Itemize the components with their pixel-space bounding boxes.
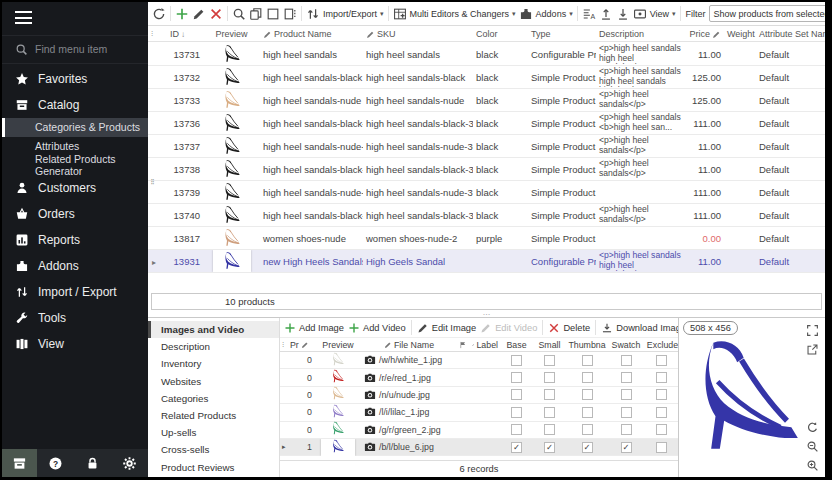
delete-image-button[interactable]: Delete — [548, 322, 590, 334]
sidebar-subitem-related-products-generator[interactable]: Related Products Generator — [2, 156, 148, 175]
menu-search-input[interactable] — [35, 43, 135, 55]
tab-inventory[interactable]: Inventory — [148, 355, 279, 372]
add-image-button[interactable]: Add Image — [284, 322, 344, 334]
sidebar-item-import-export[interactable]: Import / Export — [2, 279, 148, 305]
thumbnail-checkbox[interactable]: ✓ — [582, 442, 593, 453]
category-tree-splitter[interactable]: ⁝⁝ — [148, 180, 156, 184]
horizontal-splitter[interactable]: … — [148, 311, 825, 316]
column-header-color[interactable]: Color — [473, 27, 528, 41]
thumbnail-checkbox[interactable] — [582, 355, 593, 366]
swatch-checkbox[interactable] — [621, 355, 632, 366]
store-manager-button[interactable] — [2, 449, 37, 477]
column-header-swatch[interactable]: Swatch — [608, 340, 644, 350]
move-up-button[interactable] — [599, 7, 613, 21]
column-header-type[interactable]: Type — [528, 27, 596, 41]
sidebar-item-catalog[interactable]: Catalog — [2, 92, 148, 118]
image-row-r-e-red-1-jpg[interactable]: 0 /r/e/red_1.jpg — [280, 369, 678, 386]
product-row-13738[interactable]: 13738 high heel sandals-black-37high hee… — [148, 158, 825, 181]
tab-up-sells[interactable]: Up-sells — [148, 424, 279, 441]
exclude-checkbox[interactable] — [656, 442, 667, 453]
column-header-description[interactable]: Description — [596, 27, 684, 41]
tab-product-reviews[interactable]: Product Reviews — [148, 459, 279, 476]
image-row-b-l-blue-6-jpg[interactable]: ▸1 /b/l/blue_6.jpg✓✓✓✓ — [280, 439, 678, 456]
sidebar-item-favorites[interactable]: Favorites — [2, 66, 148, 92]
sidebar-item-addons[interactable]: Addons — [2, 253, 148, 279]
sidebar-subitem-categories-products[interactable]: Categories & Products — [2, 118, 148, 137]
product-row-13737[interactable]: 13737 high heel sandals-nude-36high heel… — [148, 135, 825, 158]
tab-description[interactable]: Description — [148, 338, 279, 355]
product-row-13732[interactable]: 13732 high heel sandals-blackhigh heel s… — [148, 66, 825, 89]
base-checkbox[interactable] — [511, 424, 522, 435]
multi-editors-menu-button[interactable]: Multi Editors & Changers ▾ — [393, 7, 516, 21]
thumbnail-checkbox[interactable] — [582, 407, 593, 418]
product-row-13739[interactable]: 13739 high heel sandals-nude-37high heel… — [148, 181, 825, 204]
tab-websites[interactable]: Websites — [148, 373, 279, 390]
column-header-attribute-set-name[interactable]: Attribute Set Name — [756, 27, 825, 41]
column-header-label[interactable]: Label — [470, 340, 500, 350]
exclude-checkbox[interactable] — [656, 372, 667, 383]
copy-product-button[interactable] — [249, 7, 263, 21]
open-external-icon[interactable] — [806, 342, 819, 355]
menu-search[interactable] — [2, 35, 148, 64]
select-button[interactable] — [266, 7, 280, 21]
column-header-sku[interactable]: SKU — [363, 27, 473, 41]
base-checkbox[interactable] — [511, 407, 522, 418]
thumbnail-checkbox[interactable] — [582, 389, 593, 400]
exclude-checkbox[interactable] — [656, 424, 667, 435]
column-header-flag[interactable] — [456, 341, 470, 349]
small-checkbox[interactable] — [544, 389, 555, 400]
column-header-weight[interactable]: Weight — [724, 27, 756, 41]
tab-related-products[interactable]: Related Products — [148, 407, 279, 424]
column-header-base[interactable]: Base — [500, 340, 533, 350]
sidebar-item-customers[interactable]: Customers — [2, 175, 148, 201]
exclude-checkbox[interactable] — [656, 407, 667, 418]
swatch-checkbox[interactable]: ✓ — [621, 442, 632, 453]
column-header-id[interactable]: ID↓ — [158, 27, 203, 41]
hamburger-menu-button[interactable] — [2, 2, 148, 35]
import-export-menu-button[interactable]: Import/Export ▾ — [306, 7, 384, 21]
tab-categories[interactable]: Categories — [148, 390, 279, 407]
image-row-n-u-nude-jpg[interactable]: 0 /n/u/nude.jpg — [280, 387, 678, 404]
zoom-out-icon[interactable] — [806, 439, 819, 452]
product-row-13740[interactable]: 13740 high heel sandals-black-38high hee… — [148, 204, 825, 227]
tab-images-and-video[interactable]: Images and Video — [148, 321, 279, 338]
product-row-13731[interactable]: 13731 high heel sandalshigh heel sandals… — [148, 43, 825, 66]
column-header-pr[interactable]: Pr — [288, 340, 314, 350]
swatch-checkbox[interactable] — [621, 389, 632, 400]
column-header-file-name[interactable]: File Name — [362, 340, 456, 350]
help-button[interactable]: ? — [38, 449, 73, 477]
base-checkbox[interactable] — [511, 355, 522, 366]
product-row-13736[interactable]: 13736 high heel sandals-black-36high hee… — [148, 112, 825, 135]
column-header-preview[interactable]: Preview — [203, 27, 260, 41]
thumbnail-checkbox[interactable] — [582, 372, 593, 383]
zoom-in-icon[interactable] — [806, 458, 819, 471]
rotate-icon[interactable] — [806, 420, 819, 433]
small-checkbox[interactable] — [544, 355, 555, 366]
small-checkbox[interactable]: ✓ — [544, 442, 555, 453]
lock-button[interactable] — [75, 449, 110, 477]
paste-special-button[interactable] — [283, 7, 297, 21]
add-product-button[interactable] — [175, 7, 189, 21]
small-checkbox[interactable] — [544, 372, 555, 383]
search-products-button[interactable] — [232, 7, 246, 21]
product-row-13931[interactable]: ▸13931 new High Heels SandalsHigh Geels … — [148, 250, 825, 273]
column-header-preview[interactable]: Preview — [314, 340, 362, 350]
image-row-w-h-white-1-jpg[interactable]: 0 /w/h/white_1.jpg — [280, 352, 678, 369]
thumbnail-checkbox[interactable] — [582, 424, 593, 435]
view-menu-button[interactable]: View ▾ — [633, 7, 676, 21]
swatch-checkbox[interactable] — [621, 407, 632, 418]
swatch-checkbox[interactable] — [621, 424, 632, 435]
delete-product-button[interactable] — [209, 7, 223, 21]
sidebar-item-orders[interactable]: Orders — [2, 201, 148, 227]
add-video-button[interactable]: Add Video — [348, 322, 406, 334]
sort-button[interactable]: A — [582, 7, 596, 21]
small-checkbox[interactable] — [544, 424, 555, 435]
download-image-button[interactable]: Download Image — [601, 322, 679, 334]
addons-menu-button[interactable]: Addons ▾ — [519, 7, 573, 21]
column-header-small[interactable]: Small — [533, 340, 566, 350]
fullscreen-icon[interactable] — [806, 323, 819, 336]
tab-cross-sells[interactable]: Cross-sells — [148, 441, 279, 458]
image-row-l-i-lilac-1-jpg[interactable]: 0 /l/i/lilac_1.jpg — [280, 404, 678, 421]
product-row-13733[interactable]: 13733 high heel sandals-nudehigh heel sa… — [148, 89, 825, 112]
sidebar-item-reports[interactable]: Reports — [2, 227, 148, 253]
